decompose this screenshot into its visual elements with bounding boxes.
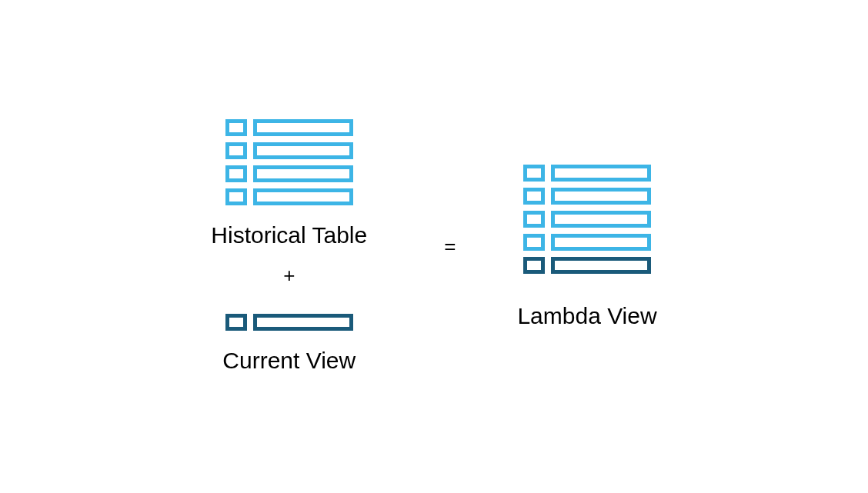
cell-small-icon [225, 188, 247, 205]
cell-small-icon [523, 211, 545, 228]
historical-table-block: Historical Table [211, 119, 367, 248]
cell-small-icon [523, 257, 545, 274]
cell-large-icon [551, 257, 651, 274]
table-row [225, 119, 353, 136]
cell-small-icon [523, 234, 545, 251]
cell-small-icon [523, 165, 545, 182]
lambda-view-label: Lambda View [517, 303, 656, 329]
table-row [225, 188, 353, 205]
cell-small-icon [225, 314, 247, 331]
table-row [225, 165, 353, 182]
historical-table-icon [225, 119, 353, 205]
cell-large-icon [551, 165, 651, 182]
diagram-container: Historical Table + Current View = [0, 0, 868, 493]
current-view-block: Current View [222, 314, 356, 374]
table-row [523, 188, 651, 205]
cell-large-icon [551, 188, 651, 205]
current-view-label: Current View [222, 348, 356, 374]
right-column: Lambda View [517, 165, 656, 329]
cell-large-icon [253, 142, 353, 159]
cell-small-icon [523, 188, 545, 205]
cell-large-icon [253, 165, 353, 182]
table-row [225, 142, 353, 159]
table-row [523, 234, 651, 251]
historical-table-label: Historical Table [211, 222, 367, 248]
cell-small-icon [225, 165, 247, 182]
plus-operator: + [283, 264, 295, 288]
equals-operator: = [444, 235, 456, 258]
cell-small-icon [225, 119, 247, 136]
current-view-icon [225, 314, 353, 331]
cell-large-icon [253, 188, 353, 205]
lambda-view-icon [523, 165, 651, 274]
cell-large-icon [253, 314, 353, 331]
table-row [523, 165, 651, 182]
cell-large-icon [551, 211, 651, 228]
table-row [523, 257, 651, 274]
table-row [225, 314, 353, 331]
table-row [523, 211, 651, 228]
cell-large-icon [551, 234, 651, 251]
left-column: Historical Table + Current View [211, 119, 367, 374]
cell-large-icon [253, 119, 353, 136]
cell-small-icon [225, 142, 247, 159]
